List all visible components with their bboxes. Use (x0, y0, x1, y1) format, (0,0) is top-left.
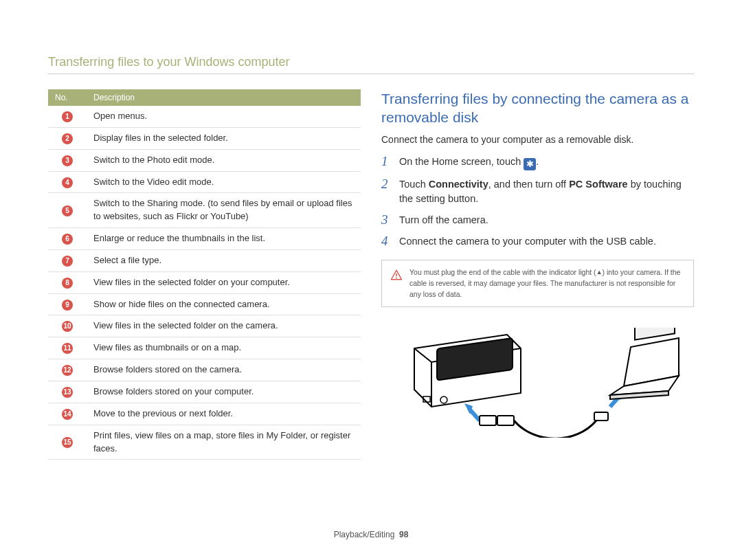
table-row: 6Enlarge or reduce the thumbnails in the… (48, 228, 361, 250)
row-number-cell: 11 (48, 337, 87, 359)
table-row: 11View files as thumbnails or on a map. (48, 337, 361, 359)
footer-page-number: 98 (399, 530, 408, 539)
row-description-cell: View files as thumbnails or on a map. (87, 337, 361, 359)
row-number-cell: 5 (48, 193, 87, 228)
warning-box: You must plug the end of the cable with … (381, 260, 694, 307)
step-2: Touch Connectivity, and then turn off PC… (381, 177, 694, 206)
row-description-cell: Switch to the Photo edit mode. (87, 149, 361, 171)
indicator-triangle-icon: ▲ (596, 268, 603, 278)
table-row: 3Switch to the Photo edit mode. (48, 149, 361, 171)
table-row: 2Display files in the selected folder. (48, 127, 361, 149)
row-description-cell: Enlarge or reduce the thumbnails in the … (87, 228, 361, 250)
svg-rect-8 (635, 328, 675, 340)
steps-list: On the Home screen, touch ✱. Touch Conne… (381, 155, 694, 249)
table-head-no: No. (48, 89, 87, 106)
row-description-cell: Switch to the Video edit mode. (87, 171, 361, 193)
row-number-cell: 12 (48, 359, 87, 381)
row-description-cell: Select a file type. (87, 249, 361, 271)
svg-rect-6 (497, 416, 514, 425)
table-row: 14Move to the previous or next folder. (48, 403, 361, 425)
row-description-cell: Browse folders stored on your computer. (87, 381, 361, 403)
table-row: 12Browse folders stored on the camera. (48, 359, 361, 381)
number-badge-icon: 7 (62, 256, 73, 267)
number-badge-icon: 10 (62, 321, 73, 332)
row-description-cell: Browse folders stored on the camera. (87, 359, 361, 381)
svg-rect-7 (594, 412, 608, 421)
number-badge-icon: 6 (62, 234, 73, 245)
right-column: Transferring files by connecting the cam… (381, 89, 694, 516)
settings-gear-icon: ✱ (524, 158, 536, 170)
step-1-prefix: On the Home screen, touch (399, 156, 524, 167)
table-row: 5Switch to the Sharing mode. (to send fi… (48, 193, 361, 228)
row-description-cell: Print files, view files on a map, store … (87, 425, 361, 460)
svg-rect-5 (480, 416, 496, 425)
row-description-cell: Open menus. (87, 106, 361, 127)
row-description-cell: Move to the previous or next folder. (87, 403, 361, 425)
table-row: 10View files in the selected folder on t… (48, 315, 361, 337)
row-description-cell: View files in the selected folder on the… (87, 315, 361, 337)
row-number-cell: 7 (48, 249, 87, 271)
description-table: No. Description 1Open menus.2Display fil… (48, 89, 361, 460)
number-badge-icon: 3 (62, 155, 73, 166)
table-row: 7Select a file type. (48, 249, 361, 271)
step-3: Turn off the camera. (381, 213, 694, 227)
intro-text: Connect the camera to your computer as a… (381, 134, 694, 145)
row-number-cell: 9 (48, 293, 87, 315)
table-row: 1Open menus. (48, 106, 361, 127)
step-2-pcsoftware: PC Software (569, 179, 627, 190)
row-description-cell: Display files in the selected folder. (87, 127, 361, 149)
footer-section: Playback/Editing (334, 530, 395, 539)
table-row: 8View files in the selected folder on yo… (48, 271, 361, 293)
left-column: No. Description 1Open menus.2Display fil… (48, 89, 361, 516)
table-row: 9Show or hide files on the connected cam… (48, 293, 361, 315)
row-number-cell: 8 (48, 271, 87, 293)
warning-icon (390, 269, 403, 284)
number-badge-icon: 9 (62, 300, 73, 311)
row-number-cell: 1 (48, 106, 87, 127)
number-badge-icon: 4 (62, 177, 73, 188)
row-description-cell: Switch to the Sharing mode. (to send fil… (87, 193, 361, 228)
step-2-c: , and then turn off (488, 179, 569, 190)
connection-illustration (381, 321, 694, 440)
row-number-cell: 6 (48, 228, 87, 250)
row-number-cell: 15 (48, 425, 87, 460)
step-2-a: Touch (399, 179, 429, 190)
step-2-connectivity: Connectivity (429, 179, 488, 190)
row-number-cell: 10 (48, 315, 87, 337)
table-row: 4Switch to the Video edit mode. (48, 171, 361, 193)
number-badge-icon: 14 (62, 409, 73, 420)
page-header-title: Transferring files to your Windows compu… (48, 55, 694, 74)
number-badge-icon: 2 (62, 133, 73, 144)
row-number-cell: 4 (48, 171, 87, 193)
number-badge-icon: 8 (62, 278, 73, 289)
section-heading: Transferring files by connecting the cam… (381, 89, 694, 127)
number-badge-icon: 15 (62, 437, 73, 448)
warning-text-pre: You must plug the end of the cable with … (409, 268, 596, 276)
page-footer: Playback/Editing 98 (48, 516, 694, 539)
row-number-cell: 13 (48, 381, 87, 403)
number-badge-icon: 13 (62, 387, 73, 398)
number-badge-icon: 1 (62, 111, 73, 122)
step-4: Connect the camera to your computer with… (381, 234, 694, 249)
row-number-cell: 3 (48, 149, 87, 171)
row-number-cell: 14 (48, 403, 87, 425)
svg-point-1 (396, 278, 397, 279)
row-description-cell: Show or hide files on the connected came… (87, 293, 361, 315)
number-badge-icon: 12 (62, 365, 73, 376)
step-1: On the Home screen, touch ✱. (381, 155, 694, 170)
table-row: 13Browse folders stored on your computer… (48, 381, 361, 403)
number-badge-icon: 5 (62, 205, 73, 216)
row-description-cell: View files in the selected folder on you… (87, 271, 361, 293)
step-1-suffix: . (536, 156, 539, 167)
number-badge-icon: 11 (62, 343, 73, 354)
row-number-cell: 2 (48, 127, 87, 149)
table-row: 15Print files, view files on a map, stor… (48, 425, 361, 460)
table-head-desc: Description (87, 89, 361, 106)
